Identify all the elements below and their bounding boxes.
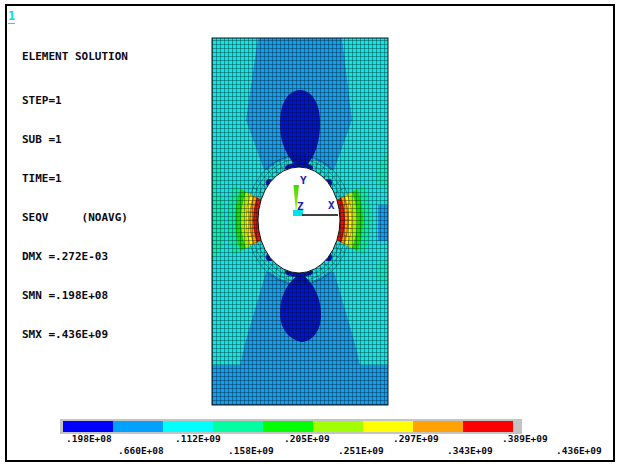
- legend-swatch: [313, 421, 363, 432]
- legend-swatch: [63, 421, 113, 432]
- legend-swatch: [213, 421, 263, 432]
- graphics-window-mesh-plot[interactable]: Y Z X: [0, 0, 621, 470]
- x-axis-label: X: [328, 199, 335, 212]
- legend-swatches: [63, 421, 513, 432]
- legend-value: .297E+09: [393, 433, 439, 444]
- legend-value: .158E+09: [228, 445, 274, 456]
- legend-value: .112E+09: [175, 433, 221, 444]
- z-axis-label: Z: [297, 200, 304, 213]
- contour-legend-bar: [60, 419, 522, 434]
- legend-value: .205E+09: [284, 433, 330, 444]
- plate-hole: [258, 167, 340, 273]
- legend-swatch: [363, 421, 413, 432]
- legend-value: .660E+08: [118, 445, 164, 456]
- legend-swatch: [263, 421, 313, 432]
- legend-value: .251E+09: [338, 445, 384, 456]
- legend-swatch: [113, 421, 163, 432]
- legend-value: .343E+09: [447, 445, 493, 456]
- ansys-graphics-screenshot: { "window": { "plot_id": "1" }, "annotat…: [0, 0, 621, 470]
- legend-swatch: [413, 421, 463, 432]
- legend-value: .389E+09: [502, 433, 548, 444]
- legend-swatch: [163, 421, 213, 432]
- y-axis-label: Y: [300, 174, 307, 187]
- legend-swatch: [463, 421, 513, 432]
- legend-value: .436E+09: [556, 445, 602, 456]
- legend-value: .198E+08: [66, 433, 112, 444]
